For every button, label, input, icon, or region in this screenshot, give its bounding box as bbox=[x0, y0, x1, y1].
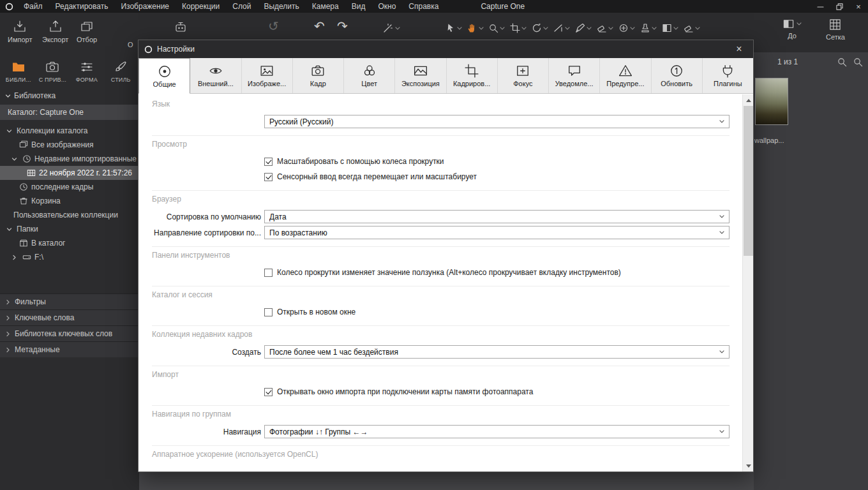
menu-item[interactable]: Изображение bbox=[114, 0, 176, 13]
chevron-down-icon[interactable] bbox=[797, 22, 802, 26]
pref-tab-3[interactable]: Кадр bbox=[293, 58, 344, 93]
process-button-label[interactable]: О bbox=[128, 41, 133, 48]
sidebar-tab-3[interactable]: СТИЛЬ bbox=[104, 54, 138, 88]
import-button[interactable]: Импорт bbox=[8, 20, 32, 43]
straighten-tool[interactable] bbox=[553, 23, 570, 33]
checkbox[interactable] bbox=[264, 308, 273, 316]
chevron-down-icon[interactable] bbox=[587, 27, 592, 30]
tree-item[interactable]: Папки bbox=[0, 222, 139, 236]
dropdown[interactable]: Русский (Русский) bbox=[264, 115, 730, 128]
tree-item[interactable]: последние кадры bbox=[0, 180, 139, 194]
chevron-down-icon[interactable] bbox=[608, 27, 613, 30]
pref-tab-1[interactable]: Внешний... bbox=[190, 58, 241, 93]
menu-item[interactable]: Файл bbox=[17, 0, 49, 13]
chevron-down-icon[interactable] bbox=[457, 27, 462, 30]
grid-button[interactable]: Сетка bbox=[826, 18, 845, 41]
pref-tab-7[interactable]: Фокус bbox=[498, 58, 549, 93]
checkbox[interactable] bbox=[264, 158, 273, 166]
redo-icon[interactable]: ↷ bbox=[337, 19, 348, 33]
pan-tool[interactable] bbox=[467, 23, 484, 33]
zoom-thumbnails-icon[interactable] bbox=[837, 57, 847, 67]
sidebar-section[interactable]: Фильтры bbox=[0, 293, 139, 309]
pref-tab-0[interactable]: Общие bbox=[138, 58, 190, 94]
chevron-down-icon[interactable] bbox=[4, 128, 14, 134]
dialog-titlebar[interactable]: Настройки × bbox=[138, 40, 753, 58]
process-recipe-icon[interactable] bbox=[174, 20, 188, 34]
export-button[interactable]: Экспорт bbox=[42, 20, 68, 43]
zoom-tool[interactable] bbox=[489, 24, 505, 33]
chevron-down-icon[interactable] bbox=[395, 27, 400, 30]
tree-item[interactable]: Недавние импортированные bbox=[0, 152, 139, 166]
chevron-down-icon[interactable] bbox=[4, 226, 14, 232]
chevron-down-icon[interactable] bbox=[565, 27, 570, 30]
checkbox[interactable] bbox=[264, 173, 273, 181]
library-header[interactable]: Библиотека bbox=[0, 88, 139, 103]
checkbox[interactable] bbox=[264, 269, 273, 277]
chevron-down-icon[interactable] bbox=[695, 27, 700, 30]
menu-item[interactable]: Коррекции bbox=[176, 0, 226, 13]
menu-item[interactable]: Выделить bbox=[257, 0, 305, 13]
pref-tab-11[interactable]: Плагины bbox=[703, 58, 753, 93]
menu-item[interactable]: Слой bbox=[226, 0, 257, 13]
pref-tab-9[interactable]: Предупре... bbox=[600, 58, 651, 93]
pref-tab-6[interactable]: Кадриров... bbox=[447, 58, 498, 93]
chevron-down-icon[interactable] bbox=[543, 27, 548, 30]
scrollbar[interactable] bbox=[742, 94, 753, 471]
chevron-down-icon[interactable] bbox=[521, 27, 527, 30]
pref-tab-10[interactable]: Обновить bbox=[652, 58, 703, 93]
tree-item[interactable]: Пользовательские коллекции bbox=[0, 208, 139, 222]
chevron-down-icon[interactable] bbox=[652, 27, 657, 30]
heal-tool[interactable] bbox=[618, 23, 635, 33]
gradient-mask-tool[interactable] bbox=[662, 23, 678, 33]
auto-adjust-button[interactable] bbox=[383, 23, 400, 33]
chevron-right-icon[interactable] bbox=[9, 255, 19, 260]
catalog-selector[interactable]: Каталог: Capture One bbox=[0, 105, 139, 120]
chevron-down-icon[interactable] bbox=[630, 27, 635, 30]
dropdown[interactable]: Дата bbox=[264, 210, 730, 223]
pref-tab-4[interactable]: Цвет bbox=[344, 58, 395, 93]
erase-mask-tool[interactable] bbox=[597, 23, 613, 33]
rotate-tool[interactable] bbox=[532, 23, 548, 33]
search-icon[interactable] bbox=[853, 57, 863, 67]
crop-tool[interactable] bbox=[510, 23, 527, 33]
pref-tab-5[interactable]: Экспозиция bbox=[395, 58, 446, 93]
menu-item[interactable]: Справка bbox=[402, 0, 445, 13]
restore-icon[interactable] bbox=[830, 0, 849, 13]
thumbnail[interactable] bbox=[755, 78, 788, 125]
menu-item[interactable]: Вид bbox=[345, 0, 372, 13]
cull-button[interactable]: Отбор bbox=[77, 20, 97, 43]
dropdown[interactable]: После более чем 1 час бездействия bbox=[264, 345, 730, 359]
scroll-up-icon[interactable] bbox=[743, 94, 754, 105]
sidebar-tab-0[interactable]: БИБЛИ... bbox=[1, 54, 36, 88]
before-after-button[interactable]: До bbox=[782, 18, 802, 40]
menu-item[interactable]: Окно bbox=[371, 0, 402, 13]
menu-item[interactable]: Камера bbox=[306, 0, 345, 13]
tree-item[interactable]: Корзина bbox=[0, 194, 139, 208]
chevron-down-icon[interactable] bbox=[500, 27, 505, 30]
undo-icon[interactable]: ↶ bbox=[314, 19, 325, 33]
tree-item[interactable]: Все изображения bbox=[0, 138, 139, 152]
checkbox[interactable] bbox=[264, 388, 273, 396]
chevron-down-icon[interactable] bbox=[479, 27, 484, 30]
clone-tool[interactable] bbox=[640, 23, 657, 33]
minimize-icon[interactable] bbox=[811, 0, 830, 13]
sidebar-section[interactable]: Метаданные bbox=[0, 341, 139, 357]
draw-mask-tool[interactable] bbox=[575, 23, 592, 33]
sidebar-section[interactable]: Библиотека ключевых слов bbox=[0, 325, 139, 341]
pref-tab-2[interactable]: Изображе... bbox=[242, 58, 293, 93]
tree-item[interactable]: В каталог bbox=[0, 236, 139, 250]
sidebar-section[interactable]: Ключевые слова bbox=[0, 309, 139, 325]
dropdown[interactable]: Фотографии ↓↑ Группы ←→ bbox=[264, 425, 730, 438]
sidebar-tab-2[interactable]: ФОРМА bbox=[70, 54, 104, 88]
tree-item[interactable]: F:\ bbox=[0, 250, 139, 264]
sidebar-tab-1[interactable]: С ПРИВ... bbox=[36, 54, 70, 88]
scroll-down-icon[interactable] bbox=[743, 461, 754, 471]
close-icon[interactable]: × bbox=[725, 40, 753, 58]
menu-item[interactable]: Редактировать bbox=[49, 0, 115, 13]
chevron-down-icon[interactable] bbox=[9, 156, 19, 162]
close-window-icon[interactable]: × bbox=[849, 0, 868, 13]
tree-item[interactable]: Коллекции каталога bbox=[0, 124, 139, 138]
dropdown[interactable]: По возрастанию bbox=[264, 226, 730, 239]
eraser-tool[interactable] bbox=[684, 23, 700, 33]
select-tool[interactable] bbox=[445, 23, 462, 33]
